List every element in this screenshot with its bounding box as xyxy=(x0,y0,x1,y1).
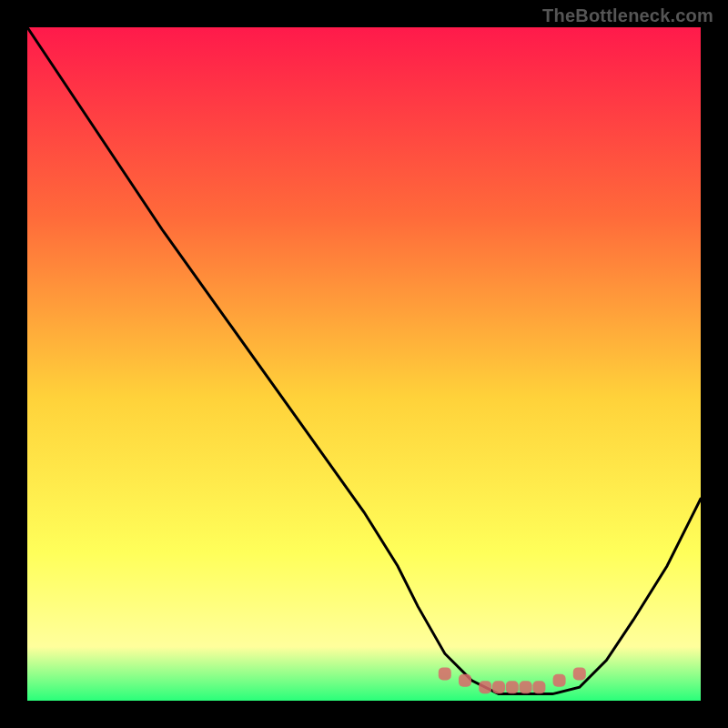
highlight-marker xyxy=(492,681,505,693)
highlight-marker xyxy=(459,674,471,687)
highlight-marker xyxy=(506,681,519,693)
highlight-marker xyxy=(479,681,491,693)
highlight-marker xyxy=(520,681,532,693)
gradient-panel xyxy=(27,27,701,701)
chart-frame: TheBottleneck.com xyxy=(0,0,728,728)
highlight-marker xyxy=(553,674,566,687)
highlight-marker xyxy=(532,681,545,693)
highlight-marker xyxy=(439,667,451,680)
highlight-marker xyxy=(573,667,586,680)
chart-svg xyxy=(0,0,728,728)
watermark-text: TheBottleneck.com xyxy=(542,5,713,26)
